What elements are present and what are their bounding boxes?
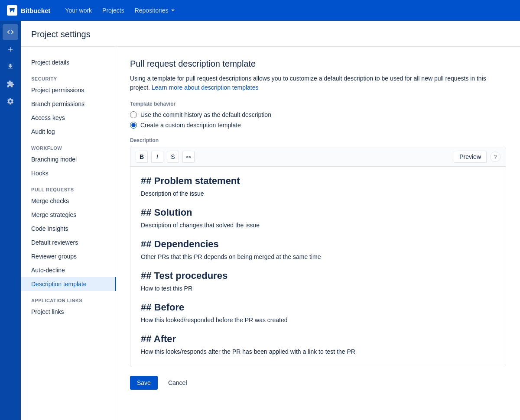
nav-section-workflow: WORKFLOW [21, 139, 116, 152]
editor-h2-solution: ## Solution [141, 207, 495, 218]
sidebar-icon-add[interactable] [3, 42, 18, 57]
download-icon [6, 63, 14, 71]
nav-auto-decline[interactable]: Auto-decline [21, 263, 116, 277]
editor-h2-dependencies: ## Dependencies [141, 239, 495, 250]
sidebar-icon-code[interactable] [3, 24, 18, 40]
editor-p-problem: Description of the issue [141, 189, 495, 198]
italic-button[interactable]: I [151, 151, 163, 163]
radio-commit-history-label: Use the commit history as the default de… [140, 111, 271, 118]
editor-h2-problem: ## Problem statement [141, 175, 495, 187]
nav-project-permissions[interactable]: Project permissions [21, 83, 116, 97]
editor-container: B I S <> Preview ? ## Problem statement … [130, 147, 506, 367]
nav-section-security: SECURITY [21, 69, 116, 83]
settings-icon [6, 97, 14, 105]
nav-project-links[interactable]: Project links [21, 305, 116, 319]
top-navigation: Bitbucket Your work Projects Repositorie… [0, 0, 520, 21]
editor-p-test: How to test this PR [141, 284, 495, 293]
nav-project-details[interactable]: Project details [21, 55, 116, 69]
save-button[interactable]: Save [130, 376, 158, 390]
brand-icon [7, 5, 17, 16]
editor-p-dependencies: Other PRs that this PR depends on being … [141, 252, 495, 262]
topnav-your-work[interactable]: Your work [61, 4, 96, 16]
content-title: Pull request description template [130, 59, 506, 69]
brand-name: Bitbucket [21, 7, 50, 14]
topnav-links: Your work Projects Repositories [61, 4, 179, 16]
nav-code-insights[interactable]: Code Insights [21, 222, 116, 236]
nav-access-keys[interactable]: Access keys [21, 111, 116, 125]
editor-h2-before: ## Before [141, 302, 495, 313]
strikethrough-button[interactable]: S [167, 151, 179, 163]
page-header: Project settings [21, 21, 520, 47]
nav-section-application-links: APPLICATION LINKS [21, 291, 116, 305]
content-area: Pull request description template Using … [116, 47, 520, 420]
sidebar-icon-extensions[interactable] [3, 76, 18, 92]
page-title: Project settings [31, 29, 510, 39]
editor-p-after: How this looks/responds after the PR has… [141, 347, 495, 356]
code-button[interactable]: <> [182, 151, 195, 163]
radio-custom-template-label: Create a custom description template [140, 122, 241, 129]
radio-commit-history[interactable]: Use the commit history as the default de… [130, 111, 506, 118]
editor-p-solution: Description of changes that solved the i… [141, 221, 495, 230]
editor-content[interactable]: ## Problem statement Description of the … [130, 167, 506, 367]
topnav-repositories[interactable]: Repositories [130, 4, 180, 16]
app-layout: Project settings Project details SECURIT… [0, 21, 520, 420]
nav-merge-strategies[interactable]: Merge strategies [21, 208, 116, 222]
editor-toolbar-right: Preview ? [454, 151, 500, 163]
sidebar-icon-download[interactable] [3, 59, 18, 74]
bold-button[interactable]: B [136, 151, 148, 163]
nav-branching-model[interactable]: Branching model [21, 152, 116, 166]
settings-sidebar: Project details SECURITY Project permiss… [21, 47, 116, 420]
cancel-button[interactable]: Cancel [161, 376, 194, 390]
radio-custom-template[interactable]: Create a custom description template [130, 122, 506, 129]
intro-text: Using a template for pull request descri… [130, 74, 506, 92]
main-area: Project settings Project details SECURIT… [21, 21, 520, 420]
radio-group: Use the commit history as the default de… [130, 111, 506, 129]
nav-default-reviewers[interactable]: Default reviewers [21, 236, 116, 249]
content-layout: Project details SECURITY Project permiss… [21, 47, 520, 420]
chevron-down-icon [170, 8, 176, 13]
nav-hooks[interactable]: Hooks [21, 166, 116, 180]
description-label: Description [130, 137, 506, 143]
editor-h2-after: ## After [141, 333, 495, 345]
code-icon [6, 28, 14, 36]
radio-commit-history-input[interactable] [130, 111, 137, 118]
editor-toolbar-left: B I S <> [136, 151, 195, 163]
nav-audit-log[interactable]: Audit log [21, 125, 116, 139]
help-button[interactable]: ? [490, 152, 500, 162]
brand[interactable]: Bitbucket [7, 5, 50, 16]
extensions-icon [6, 80, 14, 88]
template-behavior-label: Template behavior [130, 101, 506, 107]
sidebar-icon-settings[interactable] [3, 94, 18, 109]
preview-button[interactable]: Preview [454, 151, 487, 163]
icon-sidebar [0, 21, 21, 420]
editor-toolbar: B I S <> Preview ? [130, 147, 506, 167]
topnav-projects[interactable]: Projects [98, 4, 129, 16]
nav-description-template[interactable]: Description template [21, 277, 116, 291]
editor-p-before: How this looked/responded before the PR … [141, 316, 495, 325]
nav-branch-permissions[interactable]: Branch permissions [21, 97, 116, 111]
action-buttons: Save Cancel [130, 376, 506, 390]
plus-icon [6, 45, 14, 53]
radio-custom-template-input[interactable] [130, 122, 137, 129]
nav-section-pull-requests: PULL REQUESTS [21, 180, 116, 194]
nav-reviewer-groups[interactable]: Reviewer groups [21, 249, 116, 263]
nav-merge-checks[interactable]: Merge checks [21, 194, 116, 208]
intro-link[interactable]: Learn more about description templates [152, 84, 259, 91]
editor-h2-test: ## Test procedures [141, 270, 495, 281]
